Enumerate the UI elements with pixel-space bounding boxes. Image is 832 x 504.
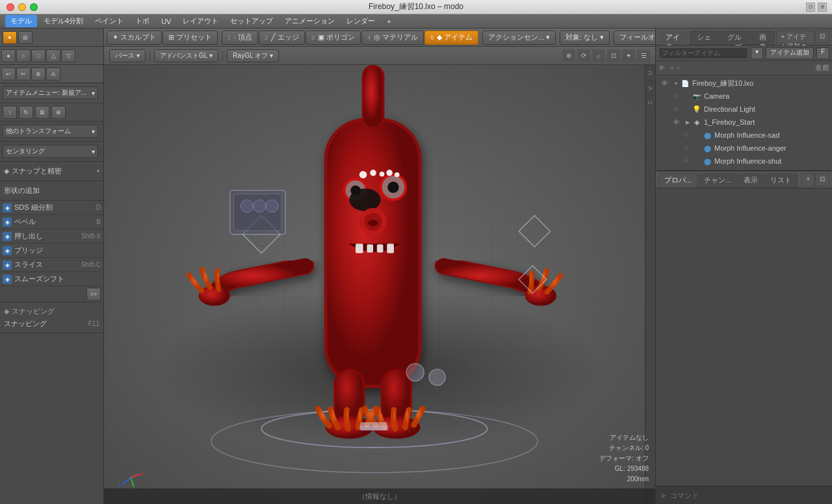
tree-row-light[interactable]: 👁 💡 Directional Light bbox=[656, 103, 832, 116]
props-expand-btn[interactable]: + bbox=[801, 173, 814, 186]
plane-btn[interactable]: ▽ bbox=[61, 49, 75, 62]
character-fireboy bbox=[104, 65, 645, 504]
tree-header-minus[interactable]: − bbox=[677, 64, 681, 71]
command-input[interactable] bbox=[670, 492, 827, 499]
preset-btn-top[interactable]: ⊞ プリセット bbox=[162, 31, 218, 45]
cone-btn[interactable]: △ bbox=[46, 49, 60, 62]
tree-name-morph-shut: Morph Influence-shut bbox=[714, 157, 829, 165]
perspective-arrow: ▾ bbox=[136, 52, 140, 59]
snap-precision-header[interactable]: ◈ スナップと精密 ▾ bbox=[4, 164, 99, 178]
action-center-btn[interactable]: アクションセン... ▾ bbox=[482, 31, 556, 45]
transform-tool[interactable]: ⊕ bbox=[51, 106, 66, 119]
tree-eye-root[interactable]: 👁 bbox=[658, 77, 670, 89]
tree-arrow-fireboy-start[interactable]: ▶ bbox=[684, 119, 691, 125]
cube-btn[interactable]: □ bbox=[31, 49, 46, 62]
snap-icon: ◈ bbox=[4, 167, 9, 175]
minimize-button[interactable] bbox=[18, 3, 26, 11]
tab-shaders[interactable]: シェー... bbox=[690, 31, 720, 45]
menu-setup[interactable]: セットアップ bbox=[225, 15, 278, 27]
falloff-btn[interactable]: フィールオフ ▾ bbox=[614, 31, 655, 45]
viewport-info-overlay: アイテムなし チャンネル: 0 デフォーマ: オフ GL: 293488 200… bbox=[599, 433, 649, 485]
menu-model[interactable]: モデル bbox=[5, 15, 37, 27]
menu-paint[interactable]: ペイント bbox=[90, 15, 129, 27]
vp-more-btn[interactable]: ☰ bbox=[637, 49, 650, 62]
bevel-tool[interactable]: ◈ ベベル B bbox=[0, 215, 103, 229]
tree-row-root[interactable]: 👁 ▾ 📄 Fireboy_練習10.lxo bbox=[656, 77, 832, 90]
add-btn[interactable]: ⊕ bbox=[31, 68, 46, 81]
advanced-gl-btn[interactable]: アドバンストGL ▾ bbox=[154, 49, 218, 62]
text-btn[interactable]: A bbox=[46, 68, 60, 81]
raygl-btn[interactable]: RayGL オフ ▾ bbox=[227, 49, 279, 62]
menu-topo[interactable]: トポ bbox=[130, 15, 155, 27]
menu-plus[interactable]: + bbox=[382, 16, 396, 27]
other-transforms-dropdown[interactable]: 他のトランスフォーム ▾ bbox=[3, 125, 98, 138]
menu-render[interactable]: レンダー bbox=[341, 15, 380, 27]
props-options-btn[interactable]: ⊡ bbox=[815, 173, 829, 186]
scene-panel-expand[interactable]: ⊡ bbox=[815, 31, 829, 44]
sds-tool[interactable]: ◈ SDS 細分割 D bbox=[0, 201, 103, 215]
filter-dropdown-btn[interactable]: ▾ bbox=[751, 47, 763, 59]
perspective-btn[interactable]: パース ▾ bbox=[109, 49, 146, 62]
menu-animation[interactable]: アニメーション bbox=[280, 15, 340, 27]
vp-settings-btn[interactable]: ⊕ bbox=[562, 49, 575, 62]
filter-options-btn[interactable]: F bbox=[816, 47, 829, 59]
vp-frame-btn[interactable]: ⊡ bbox=[607, 49, 620, 62]
vtab-u[interactable]: U bbox=[645, 65, 656, 81]
sculpt-btn[interactable]: ✦ bbox=[3, 31, 17, 44]
smooth-shift-tool[interactable]: ◈ スムーズシフト bbox=[0, 272, 103, 286]
more-tools-btn[interactable]: >> bbox=[86, 288, 101, 301]
tab-list[interactable]: リスト bbox=[764, 173, 798, 188]
extrude-tool[interactable]: ◈ 押し出し Shift-X bbox=[0, 229, 103, 244]
vp-render-btn[interactable]: ✦ bbox=[622, 49, 635, 62]
centering-dropdown[interactable]: センタリング ▾ bbox=[3, 145, 98, 158]
move-tool[interactable]: ↕ bbox=[3, 106, 17, 119]
sculpt-tool-btn[interactable]: ● bbox=[1, 49, 16, 62]
filter-input[interactable] bbox=[658, 47, 748, 59]
tree-row-morph-sad[interactable]: 👁 ⬤ Morph Influence-sad bbox=[656, 129, 832, 142]
bridge-tool[interactable]: ◈ ブリッジ bbox=[0, 244, 103, 258]
cut-btn[interactable]: ✂ bbox=[16, 68, 31, 81]
vtab-v[interactable]: V bbox=[645, 81, 656, 95]
tab-images[interactable]: 画像 bbox=[752, 31, 775, 45]
preset-btn[interactable]: ⊞ bbox=[18, 31, 32, 44]
polygon-btn[interactable]: 3 ▣ ポリゴン bbox=[306, 31, 361, 45]
vp-zoom-btn[interactable]: ⌕ bbox=[592, 49, 605, 62]
scale-tool[interactable]: ⊠ bbox=[35, 106, 49, 119]
tab-channels[interactable]: チャン... bbox=[698, 173, 737, 188]
menu-uv[interactable]: UV bbox=[156, 16, 176, 27]
menu-layout[interactable]: レイアウト bbox=[177, 15, 224, 27]
fullscreen-btn[interactable]: ⊞ bbox=[818, 3, 827, 12]
target-btn[interactable]: 対象: なし ▾ bbox=[560, 31, 610, 45]
tree-row-fireboy-start[interactable]: 👁 ▶ ◈ 1_Fireboy_Start bbox=[656, 116, 832, 129]
sculpt-btn-top[interactable]: ✦ スカルプト bbox=[107, 31, 162, 45]
tree-row-morph-shut[interactable]: 👁 ⬤ Morph Influence-shut bbox=[656, 155, 832, 168]
undo-btn[interactable]: ↩ bbox=[1, 68, 16, 81]
tree-row-morph-smiling[interactable]: 👁 ⬤ Morph Influence-smiling bbox=[656, 168, 832, 170]
tab-display[interactable]: 表示 bbox=[738, 173, 764, 188]
vtab-2[interactable]: 2 bbox=[645, 95, 656, 110]
add-item-btn[interactable]: + アイテム追加 ▾ bbox=[776, 31, 814, 44]
tree-header-plus[interactable]: + bbox=[670, 64, 674, 71]
material-btn[interactable]: 4 ◎ マテリアル bbox=[361, 31, 424, 45]
tab-items[interactable]: アイテ... bbox=[658, 31, 689, 45]
item-btn[interactable]: 5 ◆ アイテム bbox=[424, 31, 478, 45]
menu-model4[interactable]: モデル4分割 bbox=[38, 15, 88, 27]
resize-btn[interactable]: ⊡ bbox=[806, 3, 815, 12]
vp-camera-btn[interactable]: ⟳ bbox=[577, 49, 590, 62]
maximize-button[interactable] bbox=[30, 3, 38, 11]
tab-properties[interactable]: プロパ... bbox=[658, 173, 697, 188]
close-button[interactable] bbox=[6, 3, 14, 11]
slice-tool[interactable]: ◈ スライス Shift-C bbox=[0, 258, 103, 272]
tree-row-morph-anger[interactable]: 👁 ⬤ Morph Influence-anger bbox=[656, 142, 832, 155]
item-menu-dropdown[interactable]: アイテムメニュー: 新規ア... ▾ bbox=[3, 86, 98, 99]
shape-add-header[interactable]: 形状の追加 bbox=[4, 184, 99, 197]
viewport-3d[interactable]: U V 2 x y z （情報なし） アイ bbox=[104, 65, 655, 504]
add-filter-btn[interactable]: アイテム追加 bbox=[766, 47, 814, 59]
tree-row-camera[interactable]: 👁 📷 Camera bbox=[656, 90, 832, 103]
tree-eye-fireboy-start[interactable]: 👁 bbox=[670, 116, 682, 128]
rotate-tool[interactable]: ↻ bbox=[19, 106, 33, 119]
sphere-btn[interactable]: ○ bbox=[16, 49, 31, 62]
tab-groups[interactable]: グループ bbox=[720, 31, 751, 45]
vertex-btn[interactable]: 1 · 頂点 bbox=[222, 31, 258, 45]
edge-btn[interactable]: 2 ╱ エッジ bbox=[259, 31, 305, 45]
